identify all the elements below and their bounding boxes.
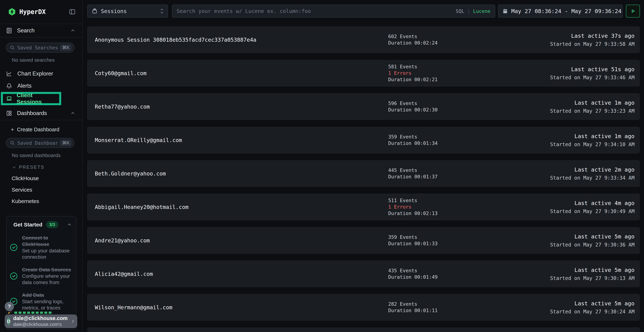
session-name: Coty60@gmail.com bbox=[95, 70, 388, 76]
started-on: Started on May 27 9:33:58 AM bbox=[550, 41, 634, 47]
last-active: Last active 5m ago bbox=[550, 300, 634, 306]
chevron-up-icon[interactable] bbox=[67, 222, 72, 227]
session-times: Last active 4m agoStarted on May 27 9:30… bbox=[550, 200, 634, 214]
session-row[interactable]: Alicia42@gmail.com435 EventsDuration 00:… bbox=[87, 260, 640, 287]
error-count: 1 Errors bbox=[388, 204, 550, 210]
event-count: 511 Events bbox=[388, 197, 550, 204]
database-icon bbox=[92, 8, 98, 14]
session-row[interactable]: Coty60@gmail.com581 Events1 ErrorsDurati… bbox=[87, 60, 640, 86]
lucene-mode-toggle[interactable]: Lucene bbox=[473, 8, 490, 14]
sidebar-section-dashboards[interactable]: Dashboards bbox=[0, 106, 82, 120]
session-times: Last active 51s agoStarted on May 27 9:3… bbox=[550, 66, 634, 80]
session-name: Andre21@yahoo.com bbox=[95, 237, 388, 244]
source-selector[interactable]: Sessions bbox=[87, 5, 168, 18]
chart-icon bbox=[6, 70, 12, 77]
get-started-step[interactable]: Connect to ClickHouseSet up your databas… bbox=[10, 235, 72, 260]
no-saved-dashboards-note: No saved dashboards bbox=[12, 152, 82, 158]
session-stats: 282 EventsDuration 00:01:11 bbox=[388, 301, 550, 314]
last-active: Last active 51s ago bbox=[550, 66, 634, 72]
started-on: Started on May 27 9:33:23 AM bbox=[550, 108, 634, 114]
started-on: Started on May 27 9:33:46 AM bbox=[550, 74, 634, 80]
hyperdx-app: HyperDX Search Saved Se bbox=[0, 0, 644, 332]
step-title: Connect to ClickHouse bbox=[22, 235, 72, 248]
presets-toggle[interactable]: PRESETS bbox=[12, 164, 82, 170]
session-duration: Duration 00:02:13 bbox=[388, 210, 550, 216]
saved-dashboards-placeholder: Saved Dashboards bbox=[17, 140, 58, 146]
step-description: Start sending logs, metrics, or traces bbox=[22, 298, 72, 311]
started-on: Started on May 27 9:30:36 AM bbox=[550, 242, 634, 248]
session-row[interactable]: Abbigail.Heaney20@hotmail.com511 Events1… bbox=[87, 194, 640, 220]
session-row[interactable]: Retha77@yahoo.com596 EventsDuration 00:0… bbox=[87, 93, 640, 120]
sidebar-item-client-sessions[interactable]: Client Sessions bbox=[1, 92, 61, 105]
sidebar-item-label: Client Sessions bbox=[17, 92, 58, 105]
time-range-value: May 27 08:36:24 - May 27 09:36:24 bbox=[511, 8, 622, 14]
session-stats: 435 EventsDuration 00:01:49 bbox=[388, 268, 550, 280]
saved-searches-placeholder: Saved Searches bbox=[17, 45, 58, 50]
error-count: 1 Errors bbox=[388, 70, 550, 76]
journal-icon bbox=[6, 27, 12, 34]
step-description: Configure where your data comes from bbox=[22, 273, 72, 286]
search-icon bbox=[10, 45, 15, 50]
live-tail-button[interactable] bbox=[626, 5, 640, 18]
session-name: Wilson_Hermann@gmail.com bbox=[95, 304, 388, 310]
create-dashboard-button[interactable]: + Create Dashboard bbox=[11, 126, 82, 133]
sidebar-collapse-icon[interactable] bbox=[69, 8, 76, 16]
session-name: Anonymous Session 308018eb535facd7cec337… bbox=[95, 37, 388, 43]
session-name: Beth.Goldner@yahoo.com bbox=[95, 170, 388, 177]
session-row-partial[interactable] bbox=[87, 327, 640, 332]
session-duration: Duration 00:01:33 bbox=[388, 240, 550, 247]
session-duration: Duration 00:01:49 bbox=[388, 274, 550, 280]
user-menu[interactable]: D dale@clickhouse.com dale@clickhouse.co… bbox=[5, 314, 77, 328]
session-row[interactable]: Anonymous Session 308018eb535facd7cec337… bbox=[87, 26, 640, 53]
saved-dashboards-input[interactable]: Saved Dashboards ⌘K bbox=[6, 138, 74, 148]
chevron-up-icon[interactable] bbox=[70, 111, 75, 116]
started-on: Started on May 27 9:33:34 AM bbox=[550, 175, 634, 181]
session-duration: Duration 00:02:30 bbox=[388, 106, 550, 113]
session-name: Monserrat.OReilly@gmail.com bbox=[95, 137, 388, 143]
avatar: D bbox=[7, 317, 10, 326]
event-count: 435 Events bbox=[388, 268, 550, 274]
sidebar-item-chart-explorer[interactable]: Chart Explorer bbox=[0, 68, 82, 80]
chevron-up-icon[interactable] bbox=[70, 28, 75, 33]
mode-divider: | bbox=[467, 8, 470, 14]
check-circle-icon bbox=[10, 244, 18, 251]
session-row[interactable]: Andre21@yahoo.com359 EventsDuration 00:0… bbox=[87, 227, 640, 254]
sidebar-item-label: Chart Explorer bbox=[17, 70, 53, 77]
session-times: Last active 2m agoStarted on May 27 9:33… bbox=[550, 166, 634, 181]
get-started-progress-badge: 3/3 bbox=[46, 221, 58, 228]
sql-mode-toggle[interactable]: SQL bbox=[456, 8, 464, 14]
step-description: Set up your database connection bbox=[22, 248, 72, 260]
preset-item-clickhouse[interactable]: ClickHouse bbox=[12, 175, 82, 182]
help-button[interactable]: ? bbox=[5, 302, 14, 311]
started-on: Started on May 27 9:30:13 AM bbox=[550, 275, 634, 281]
session-stats: 581 Events1 ErrorsDuration 00:02:21 bbox=[388, 64, 550, 83]
session-row[interactable]: Wilson_Hermann@gmail.com282 EventsDurati… bbox=[87, 294, 640, 321]
session-row[interactable]: Monserrat.OReilly@gmail.com359 EventsDur… bbox=[87, 127, 640, 154]
last-active: Last active 1m ago bbox=[550, 100, 634, 106]
session-duration: Duration 00:02:24 bbox=[388, 40, 550, 46]
session-stats: 359 EventsDuration 00:01:33 bbox=[388, 234, 550, 247]
session-stats: 511 Events1 ErrorsDuration 00:02:13 bbox=[388, 197, 550, 216]
preset-item-services[interactable]: Services bbox=[12, 187, 82, 193]
play-icon bbox=[630, 8, 636, 14]
occluded-text-fragment bbox=[14, 312, 52, 314]
check-circle-icon bbox=[10, 272, 18, 280]
get-started-step[interactable]: Add DataStart sending logs, metrics, or … bbox=[10, 292, 72, 311]
event-count: 282 Events bbox=[388, 301, 550, 307]
create-dashboard-label: Create Dashboard bbox=[17, 127, 60, 132]
sidebar-item-alerts[interactable]: Alerts bbox=[0, 80, 82, 92]
session-row[interactable]: Beth.Goldner@yahoo.com445 EventsDuration… bbox=[87, 160, 640, 187]
saved-searches-input[interactable]: Saved Searches ⌘K bbox=[6, 42, 74, 52]
sidebar-item-label: Alerts bbox=[17, 83, 32, 89]
preset-list: ClickHouseServicesKubernetes bbox=[0, 170, 82, 204]
get-started-step[interactable]: Create Data SourcesConfigure where your … bbox=[10, 266, 72, 286]
sidebar-section-search[interactable]: Search bbox=[0, 24, 82, 38]
sidebar-dashboards-label: Dashboards bbox=[17, 110, 47, 116]
time-range-picker[interactable]: May 27 08:36:24 - May 27 09:36:24 bbox=[498, 5, 623, 18]
session-duration: Duration 00:01:11 bbox=[388, 307, 550, 314]
last-active: Last active 37s ago bbox=[550, 32, 634, 39]
session-duration: Duration 00:01:34 bbox=[388, 140, 550, 146]
event-search-input[interactable]: Search your events w/ Lucene ex. column:… bbox=[172, 5, 495, 18]
session-list: Anonymous Session 308018eb535facd7cec337… bbox=[83, 26, 644, 332]
preset-item-kubernetes[interactable]: Kubernetes bbox=[12, 198, 82, 204]
